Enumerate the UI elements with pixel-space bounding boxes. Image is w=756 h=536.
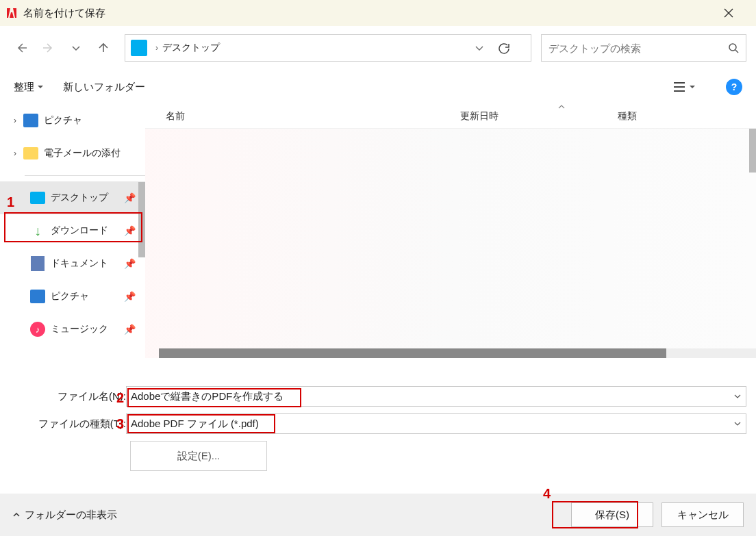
searchbox[interactable] (541, 34, 746, 62)
dropdown-icon[interactable] (733, 420, 742, 428)
pin-icon[interactable]: 📌 (124, 258, 136, 269)
view-menu[interactable] (672, 81, 696, 92)
filename-label: ファイル名(N): (0, 390, 126, 403)
up-button[interactable] (92, 36, 115, 60)
tree-item-documents[interactable]: ドキュメント 📌 (0, 247, 145, 280)
pin-icon[interactable]: 📌 (124, 291, 136, 302)
download-icon: ↓ (30, 223, 45, 238)
tree-item-pictures2[interactable]: ピクチャ 📌 (0, 280, 145, 313)
folder-icon (23, 146, 38, 161)
filetype-row: ファイルの種類(T): Adobe PDF ファイル (*.pdf) (0, 413, 746, 434)
pin-icon[interactable]: 📌 (124, 225, 136, 236)
forward-button[interactable] (37, 36, 60, 60)
newfolder-label: 新しいフォルダー (63, 81, 145, 94)
window-title: 名前を付けて保存 (23, 7, 723, 20)
horizontal-scrollbar[interactable] (159, 348, 756, 358)
chevron-right-icon: › (14, 149, 23, 158)
help-button[interactable]: ? (726, 79, 742, 95)
desktop-icon (30, 190, 45, 205)
sidebar-scrollbar[interactable] (138, 182, 145, 257)
filetype-value: Adobe PDF ファイル (*.pdf) (131, 418, 259, 431)
tree-item-pictures[interactable]: › ピクチャ (0, 104, 145, 137)
save-button[interactable]: 保存(S) (571, 502, 653, 527)
titlebar: 名前を付けて保存 (0, 0, 756, 26)
close-button[interactable] (723, 8, 751, 18)
filename-input[interactable]: Adobeで縦書きのPDFを作成する (126, 386, 746, 407)
hide-folders-toggle[interactable]: フォルダーの非表示 (12, 509, 117, 522)
organize-label: 整理 (14, 81, 34, 94)
body: › ピクチャ › 電子メールの添付 デスクトップ 📌 ↓ ダウンロード 📌 ドキ… (0, 104, 756, 378)
tree-label: ミュージック (51, 323, 108, 335)
file-list: 名前 更新日時 種類 (145, 104, 756, 378)
adobe-icon (5, 7, 18, 19)
settings-button[interactable]: 設定(E)... (130, 441, 267, 471)
col-type[interactable]: 種類 (618, 110, 637, 123)
tree-label: ピクチャ (51, 290, 89, 303)
tree-label: ダウンロード (51, 225, 108, 237)
pin-icon[interactable]: 📌 (124, 324, 136, 335)
cancel-button[interactable]: キャンセル (662, 502, 744, 527)
tree-label: 電子メールの添付 (44, 147, 121, 159)
breadcrumb-location: デスクトップ (162, 42, 220, 54)
pictures-icon (30, 289, 45, 304)
tree-item-desktop[interactable]: デスクトップ 📌 (0, 181, 145, 214)
chevron-right-icon: › (155, 43, 158, 53)
back-button[interactable] (10, 36, 33, 60)
refresh-button[interactable] (498, 42, 525, 54)
hide-folders-label: フォルダーの非表示 (25, 509, 117, 522)
breadcrumb[interactable]: › デスクトップ (125, 34, 531, 62)
form-area: ファイル名(N): Adobeで縦書きのPDFを作成する ファイルの種類(T):… (0, 378, 756, 479)
toolbar: 整理 新しいフォルダー ? (0, 70, 756, 104)
pictures-icon (23, 113, 38, 128)
tree-label: デスクトップ (51, 192, 108, 204)
list-header: 名前 更新日時 種類 (145, 104, 756, 129)
recent-dropdown-icon[interactable] (64, 36, 88, 60)
svg-point-0 (729, 44, 736, 51)
filename-value: Adobeで縦書きのPDFを作成する (131, 390, 284, 403)
desktop-icon (131, 40, 147, 56)
filename-row: ファイル名(N): Adobeで縦書きのPDFを作成する (0, 386, 746, 407)
music-icon: ♪ (30, 322, 45, 337)
col-date-label: 更新日時 (460, 110, 499, 123)
chevron-right-icon: › (14, 116, 23, 125)
tree-label: ピクチャ (44, 114, 82, 127)
tree-item-email[interactable]: › 電子メールの添付 (0, 137, 145, 170)
save-label: 保存(S) (595, 509, 629, 522)
col-name[interactable]: 名前 (166, 110, 460, 123)
search-input[interactable] (549, 42, 724, 54)
settings-label: 設定(E)... (177, 450, 220, 463)
filetype-label: ファイルの種類(T): (0, 418, 126, 431)
pin-icon[interactable]: 📌 (124, 192, 136, 203)
filetype-select[interactable]: Adobe PDF ファイル (*.pdf) (126, 413, 746, 434)
newfolder-button[interactable]: 新しいフォルダー (63, 81, 145, 94)
divider (25, 175, 145, 176)
document-icon (30, 256, 45, 271)
col-date[interactable]: 更新日時 (460, 110, 618, 123)
footer: フォルダーの非表示 保存(S) キャンセル (0, 494, 756, 536)
tree-item-downloads[interactable]: ↓ ダウンロード 📌 (0, 214, 145, 247)
navbar: › デスクトップ (0, 26, 756, 70)
sidebar: › ピクチャ › 電子メールの添付 デスクトップ 📌 ↓ ダウンロード 📌 ドキ… (0, 104, 145, 378)
tree-label: ドキュメント (51, 257, 108, 270)
breadcrumb-dropdown-icon[interactable] (475, 43, 484, 53)
list-content[interactable] (145, 129, 756, 358)
dropdown-icon[interactable] (733, 392, 742, 400)
organize-menu[interactable]: 整理 (14, 81, 44, 94)
search-icon[interactable] (728, 42, 739, 53)
tree-item-music[interactable]: ♪ ミュージック 📌 (0, 313, 145, 346)
cancel-label: キャンセル (677, 509, 729, 522)
vertical-scrollbar[interactable] (749, 129, 756, 173)
